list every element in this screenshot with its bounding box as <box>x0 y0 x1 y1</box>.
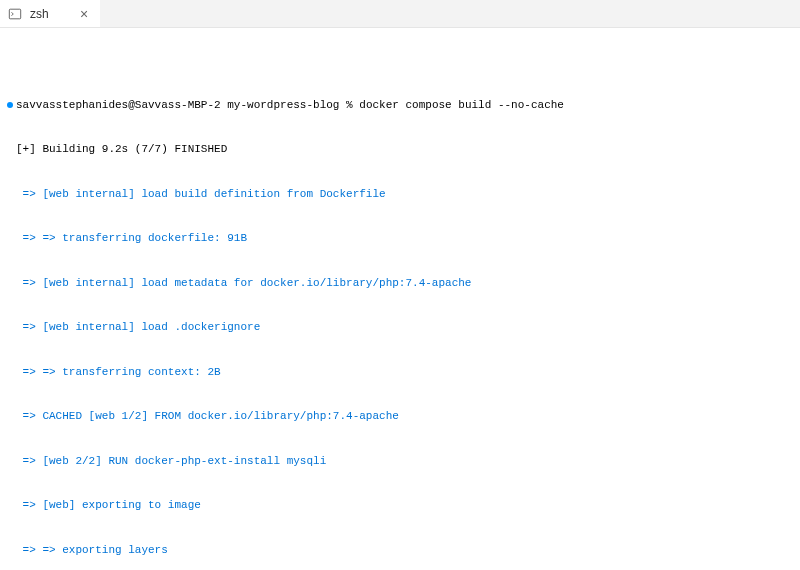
build-line: => => transferring context: 2B <box>4 365 796 380</box>
tab-bar: zsh × <box>0 0 800 28</box>
prompt-line: savvasstephanides@Savvass-MBP-2 my-wordp… <box>4 98 796 113</box>
build-line: => [web internal] load .dockerignore <box>4 320 796 335</box>
build-header-line: [+] Building 9.2s (7/7) FINISHED <box>4 142 796 157</box>
prompt-dir: my-wordpress-blog <box>227 99 339 111</box>
build-line: => [web 2/2] RUN docker-php-ext-install … <box>4 454 796 469</box>
build-line: => [web internal] load build definition … <box>4 187 796 202</box>
close-icon[interactable]: × <box>76 6 92 22</box>
build-line: => [web internal] load metadata for dock… <box>4 276 796 291</box>
terminal-tab[interactable]: zsh × <box>0 0 100 27</box>
build-line: => => transferring dockerfile: 91B <box>4 231 796 246</box>
command-text: docker compose build --no-cache <box>359 99 564 111</box>
tab-label: zsh <box>30 7 68 21</box>
build-line: => => exporting layers <box>4 543 796 558</box>
build-line: => [web] exporting to image <box>4 498 796 513</box>
build-line: => CACHED [web 1/2] FROM docker.io/libra… <box>4 409 796 424</box>
prompt-userhost: savvasstephanides@Savvass-MBP-2 <box>16 99 221 111</box>
terminal-output[interactable]: savvasstephanides@Savvass-MBP-2 my-wordp… <box>0 28 800 570</box>
svg-rect-0 <box>9 9 20 19</box>
prompt-symbol: % <box>346 99 353 111</box>
terminal-icon <box>8 7 22 21</box>
status-dot-active <box>7 102 13 108</box>
build-header: [+] Building 9.2s (7/7) FINISHED <box>16 142 796 157</box>
